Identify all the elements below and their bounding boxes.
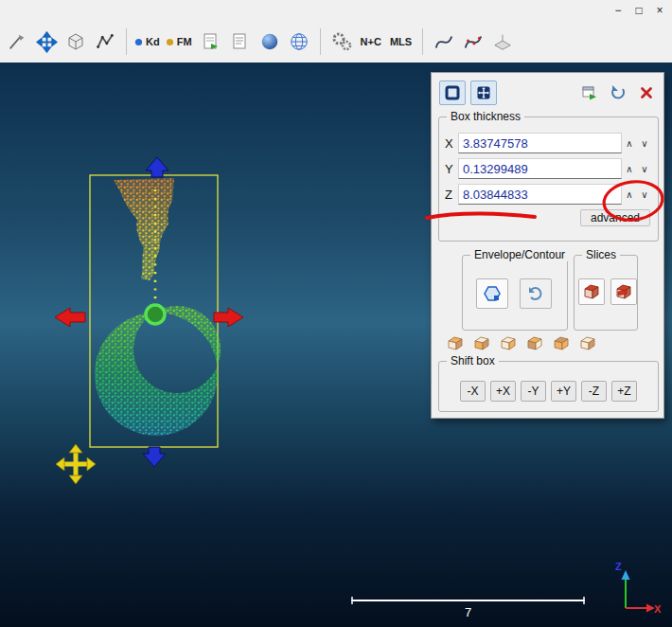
arrow-up-handle[interactable]: [146, 157, 168, 177]
show-interactors-button[interactable]: [470, 81, 497, 105]
cross-section-panel: Box thickness X ∧ ∨ Y ∧ ∨ Z ∧: [431, 72, 664, 419]
z-spin-up-button[interactable]: ∧: [622, 185, 637, 204]
shift-minus-x-button[interactable]: -X: [460, 381, 486, 402]
sphere-icon[interactable]: [256, 27, 283, 57]
show-box-button[interactable]: [439, 81, 466, 105]
slices-group: Slices: [574, 255, 638, 331]
point-cloud-crescent: [95, 306, 221, 436]
box-thickness-title: Box thickness: [447, 110, 524, 123]
center-sphere-handle[interactable]: [146, 305, 165, 324]
toolbar-separator: [320, 28, 321, 55]
thickness-row-z: Z ∧ ∨: [445, 183, 652, 206]
x-spin-down-button[interactable]: ∨: [637, 134, 652, 152]
shift-minus-z-button[interactable]: -Z: [581, 381, 607, 402]
envelope-contour-group: Envelope/Contour: [462, 255, 568, 331]
normals-compute-icon[interactable]: N+C: [358, 27, 384, 57]
ascii-doc-icon[interactable]: [227, 27, 254, 57]
x-axis-label: X: [445, 136, 458, 151]
shift-plus-z-button[interactable]: +Z: [611, 381, 637, 402]
polyline-tool-icon[interactable]: [92, 27, 118, 57]
box-thickness-y-input[interactable]: [458, 158, 622, 179]
export-doc-icon[interactable]: [198, 27, 224, 57]
shift-box-title: Shift box: [447, 354, 499, 367]
extract-slice-button[interactable]: [578, 278, 605, 305]
view-preset-button-4[interactable]: [526, 335, 545, 352]
main-toolbar: Kd FM N+C MLS: [0, 21, 672, 63]
shift-plus-x-button[interactable]: +X: [490, 381, 516, 402]
toolbar-separator: [422, 28, 423, 55]
view-preset-button-5[interactable]: [553, 335, 572, 352]
gears-icon[interactable]: [328, 27, 355, 57]
cross-translate-handle[interactable]: [56, 444, 96, 484]
slice-view-presets: [447, 335, 598, 352]
curve-sample-icon[interactable]: [460, 27, 486, 57]
scale-bar-label: 7: [465, 605, 471, 619]
box-thickness-group: Box thickness X ∧ ∨ Y ∧ ∨ Z ∧: [438, 116, 659, 242]
box-thickness-x-input[interactable]: [458, 133, 622, 153]
segment-tool-icon[interactable]: [4, 27, 30, 57]
slices-title: Slices: [582, 248, 620, 261]
export-box-icon[interactable]: [580, 83, 599, 102]
extract-multiple-slices-button[interactable]: [610, 278, 637, 305]
view-preset-button-6[interactable]: [579, 335, 598, 352]
titlebar: − □ ×: [0, 0, 672, 21]
envelope-contour-title: Envelope/Contour: [470, 248, 569, 261]
z-spin-down-button[interactable]: ∨: [637, 185, 652, 204]
axis-gizmo: Z X: [615, 561, 662, 615]
x-spin-up-button[interactable]: ∧: [622, 134, 637, 152]
y-spin-up-button[interactable]: ∧: [622, 159, 637, 178]
arrow-left-handle[interactable]: [55, 308, 85, 327]
globe-icon[interactable]: [286, 27, 312, 57]
mls-icon[interactable]: MLS: [387, 27, 415, 57]
thickness-row-y: Y ∧ ∨: [445, 157, 652, 180]
shift-plus-y-button[interactable]: +Y: [551, 381, 576, 402]
reset-icon[interactable]: [609, 83, 628, 102]
clipping-box-tool-icon[interactable]: [62, 27, 89, 57]
window-controls: − □ ×: [609, 3, 672, 19]
y-spin-down-button[interactable]: ∨: [637, 159, 652, 178]
view-preset-button-3[interactable]: [500, 335, 519, 352]
maximize-button[interactable]: □: [629, 3, 648, 19]
arrow-down-handle[interactable]: [143, 447, 166, 467]
y-axis-label: Y: [445, 162, 458, 176]
minimize-button[interactable]: −: [609, 3, 628, 19]
plane-fit-icon[interactable]: [489, 27, 516, 57]
box-thickness-z-input[interactable]: [458, 184, 622, 205]
extract-contour-button[interactable]: [476, 278, 508, 309]
fm-icon[interactable]: FM: [166, 27, 195, 57]
point-cloud-top-cluster: [114, 178, 174, 280]
translate-tool-icon[interactable]: [33, 27, 60, 57]
panel-header-actions: [580, 83, 656, 102]
close-window-button[interactable]: ×: [650, 3, 669, 19]
application-window: − □ × Kd FM: [0, 0, 672, 627]
axis-x-label: X: [654, 603, 662, 615]
shift-minus-y-button[interactable]: -Y: [521, 381, 546, 402]
kd-tree-icon[interactable]: Kd: [134, 27, 163, 57]
advanced-button[interactable]: advanced: [580, 209, 650, 226]
panel-header: [439, 81, 656, 105]
view-preset-button-1[interactable]: [447, 335, 466, 352]
shift-box-group: Shift box -X +X -Y +Y -Z +Z: [438, 361, 659, 412]
z-axis-label: Z: [445, 188, 458, 202]
clear-contour-button[interactable]: [520, 278, 552, 309]
toolbar-separator: [126, 28, 127, 55]
scale-bar: 7: [352, 597, 584, 619]
axis-z-label: Z: [615, 561, 622, 572]
thickness-row-x: X ∧ ∨: [445, 132, 652, 154]
close-panel-icon[interactable]: [637, 83, 656, 102]
view-preset-button-2[interactable]: [473, 335, 492, 352]
curve-fit-icon[interactable]: [431, 27, 457, 57]
